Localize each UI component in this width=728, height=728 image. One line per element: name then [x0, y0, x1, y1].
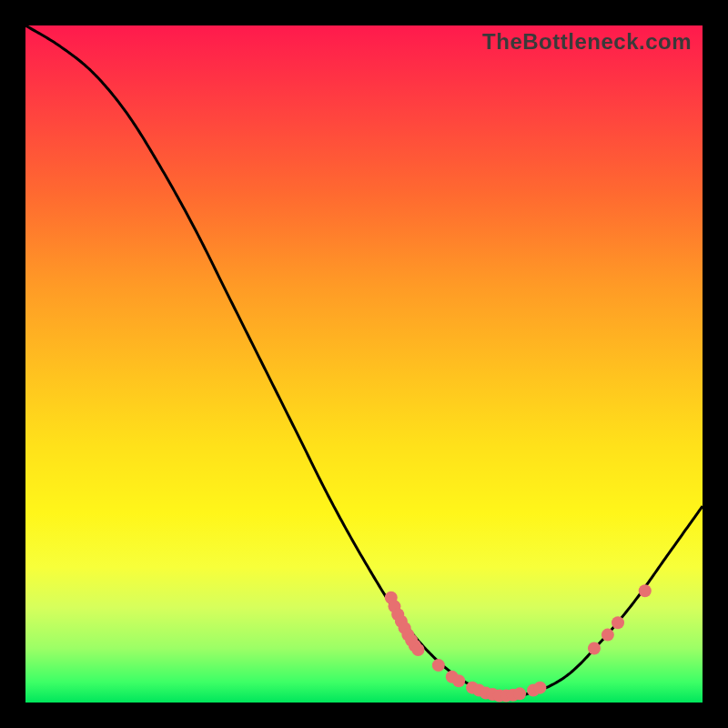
curve-marker — [513, 687, 526, 700]
curve-markers — [385, 584, 652, 702]
curve-marker — [452, 674, 465, 687]
curve-marker — [588, 642, 601, 654]
curve-marker — [639, 584, 652, 597]
curve-marker — [602, 629, 614, 642]
curve-marker — [612, 616, 624, 629]
curve-marker — [432, 659, 445, 672]
chart-svg — [25, 25, 703, 703]
curve-marker — [412, 643, 425, 656]
curve-marker — [533, 682, 546, 694]
curve-line — [25, 25, 703, 696]
chart-area: TheBottleneck.com — [25, 25, 703, 703]
